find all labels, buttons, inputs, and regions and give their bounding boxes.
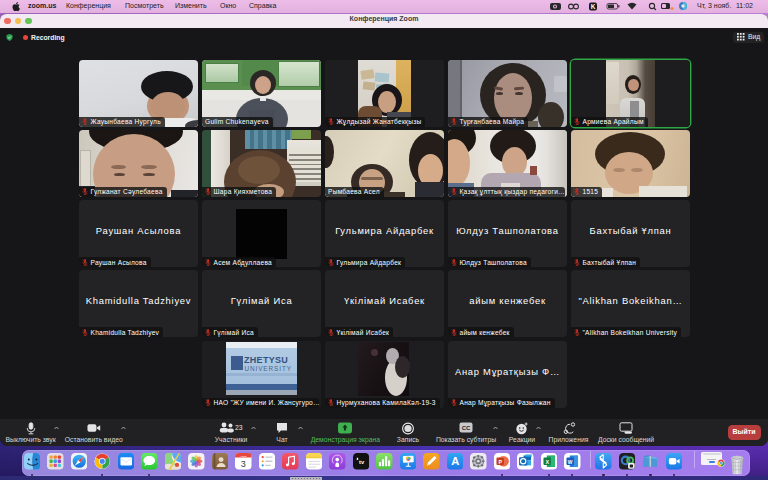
svg-text:P: P (498, 459, 502, 465)
svg-text:W: W (568, 460, 573, 465)
svg-text:CC: CC (462, 425, 471, 431)
svg-text:tv: tv (359, 459, 365, 465)
svg-text:A: A (451, 455, 459, 467)
svg-text:3: 3 (241, 459, 246, 469)
svg-text:K: K (591, 3, 596, 10)
svg-text:НОЯБ: НОЯБ (240, 455, 247, 457)
svg-text:X: X (545, 459, 549, 465)
svg-text:23: 23 (235, 424, 243, 431)
